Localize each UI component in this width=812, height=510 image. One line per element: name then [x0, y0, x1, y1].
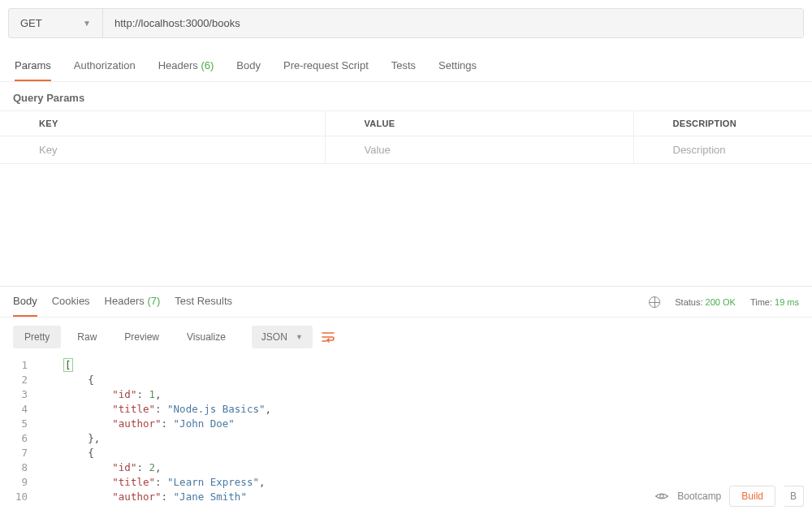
response-toolbar: Pretty Raw Preview Visualize JSON ▼	[0, 318, 812, 357]
time-label: Time:	[750, 297, 772, 307]
build-button[interactable]: Build	[729, 486, 775, 507]
query-params-header: Query Params	[0, 82, 812, 111]
resp-tab-test-results[interactable]: Test Results	[175, 287, 232, 317]
line-number: 10	[0, 490, 39, 504]
query-params-table: KEY VALUE DESCRIPTION	[0, 111, 812, 164]
line-number: 1	[0, 358, 39, 373]
tab-settings[interactable]: Settings	[438, 53, 477, 81]
resp-tab-headers[interactable]: Headers (7)	[105, 287, 161, 317]
http-method-select[interactable]: GET ▼	[9, 9, 103, 37]
col-value: VALUE	[325, 111, 633, 136]
line-number: 3	[0, 387, 39, 402]
chevron-down-icon: ▼	[296, 333, 303, 341]
response-tabs: Body Cookies Headers (7) Test Results	[13, 287, 232, 317]
code-content: "title": "Node.js Basics",	[39, 402, 812, 417]
tab-tests[interactable]: Tests	[391, 53, 416, 81]
status-value: 200 OK	[706, 297, 736, 307]
time-value: 19 ms	[775, 297, 799, 307]
tab-body[interactable]: Body	[236, 53, 261, 81]
raw-button[interactable]: Raw	[66, 326, 108, 348]
code-line: 3 "id": 1,	[0, 387, 812, 402]
code-content: {	[39, 446, 812, 460]
line-number: 5	[0, 417, 39, 431]
wrap-lines-icon[interactable]	[317, 326, 339, 348]
line-number: 7	[0, 446, 39, 460]
code-content: "id": 1,	[39, 387, 812, 402]
code-content: "author": "John Doe"	[39, 417, 812, 431]
response-area: Body Cookies Headers (7) Test Results St…	[0, 286, 812, 504]
resp-tab-headers-count: (7)	[147, 295, 160, 307]
code-content: [	[39, 358, 812, 373]
tab-headers[interactable]: Headers (6)	[158, 53, 214, 81]
pretty-button[interactable]: Pretty	[13, 326, 61, 348]
key-input[interactable]	[39, 144, 313, 156]
globe-icon[interactable]	[649, 296, 660, 308]
description-input[interactable]	[673, 144, 801, 156]
line-number: 6	[0, 431, 39, 446]
line-number: 4	[0, 402, 39, 417]
resp-tab-cookies[interactable]: Cookies	[52, 287, 90, 317]
http-method-value: GET	[20, 17, 42, 29]
url-input[interactable]	[103, 9, 803, 37]
visualize-button[interactable]: Visualize	[175, 326, 237, 348]
tab-prerequest[interactable]: Pre-request Script	[283, 53, 369, 81]
line-number: 8	[0, 460, 39, 475]
request-tabs: Params Authorization Headers (6) Body Pr…	[0, 53, 812, 82]
code-line: 2 {	[0, 373, 812, 387]
tab-headers-count: (6)	[201, 59, 214, 71]
code-line: 7 {	[0, 446, 812, 460]
tab-authorization[interactable]: Authorization	[74, 53, 136, 81]
code-content: {	[39, 373, 812, 387]
bootcamp-icon	[654, 491, 669, 501]
table-row	[0, 136, 812, 164]
code-line: 4 "title": "Node.js Basics",	[0, 402, 812, 417]
svg-point-0	[660, 495, 664, 499]
status-label: Status:	[675, 297, 702, 307]
preview-button[interactable]: Preview	[113, 326, 171, 348]
resp-tab-headers-label: Headers	[105, 295, 145, 307]
response-body[interactable]: 1 [2 {3 "id": 1,4 "title": "Node.js Basi…	[0, 357, 812, 504]
col-description: DESCRIPTION	[633, 111, 812, 136]
resp-tab-body[interactable]: Body	[13, 287, 37, 317]
code-content: "id": 2,	[39, 460, 812, 475]
request-bar: GET ▼	[8, 8, 804, 38]
format-select[interactable]: JSON ▼	[252, 326, 313, 348]
col-key: KEY	[0, 111, 325, 136]
tab-headers-label: Headers	[158, 59, 198, 71]
footer: Bootcamp Build B	[654, 486, 804, 507]
code-line: 5 "author": "John Doe"	[0, 417, 812, 431]
tab-params[interactable]: Params	[15, 53, 51, 81]
format-value: JSON	[261, 331, 287, 343]
code-line: 6 },	[0, 431, 812, 446]
code-line: 8 "id": 2,	[0, 460, 812, 475]
code-line: 1 [	[0, 358, 812, 373]
chevron-down-icon: ▼	[83, 19, 91, 28]
browse-button[interactable]: B	[784, 486, 804, 507]
code-content: },	[39, 431, 812, 446]
line-number: 2	[0, 373, 39, 387]
line-number: 9	[0, 475, 39, 490]
bootcamp-label[interactable]: Bootcamp	[677, 491, 721, 502]
value-input[interactable]	[365, 144, 622, 156]
response-meta: Status: 200 OK Time: 19 ms	[649, 296, 799, 308]
